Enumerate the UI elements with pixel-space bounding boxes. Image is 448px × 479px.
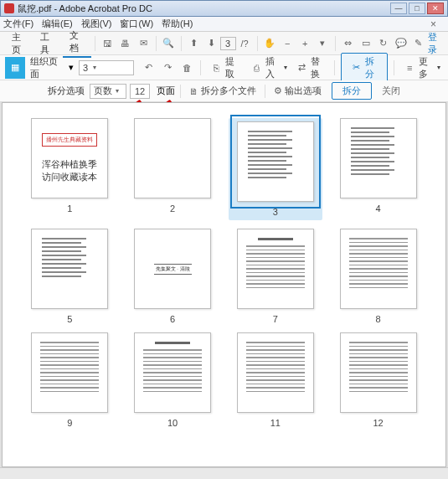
cover-subtitle: 浑谷种植换季 访问收藏读本 <box>42 158 97 184</box>
page-thumbnail-6[interactable]: 先集聚文 · 清陵 6 <box>126 229 220 324</box>
split-mode-dropdown[interactable]: 页数 ▾ <box>90 84 126 99</box>
page-label: 8 <box>376 314 381 324</box>
files-icon: 🗎 <box>189 86 198 96</box>
separator <box>334 60 335 75</box>
next-page-icon[interactable]: ⬇ <box>205 36 218 51</box>
split-button[interactable]: ✂ 拆分 <box>341 53 388 83</box>
page-thumbnail-11[interactable]: 11 <box>229 332 323 428</box>
split-mode-value: 页数 <box>94 85 112 97</box>
scissors-icon: ✂ <box>349 60 363 75</box>
page-thumbnail-3[interactable]: 3 <box>229 118 323 220</box>
page-thumbnail-5[interactable]: 5 <box>23 229 117 324</box>
chevron-down-icon: ▾ <box>284 64 287 71</box>
separator <box>335 36 336 51</box>
main-toolbar: 主页 工具 文档 🖫 🖶 ✉ 🔍 ⬆ ⬇ 3 /? ✋ − + ▾ ⇔ ▭ ↻ … <box>0 32 448 55</box>
close-button[interactable]: ✕ <box>427 3 444 14</box>
page-label: 12 <box>373 418 384 428</box>
minimize-button[interactable]: — <box>390 3 407 14</box>
page-thumbnail-10[interactable]: 10 <box>126 332 220 428</box>
page-thumbnail-8[interactable]: 8 <box>331 229 425 324</box>
comment-icon[interactable]: 💬 <box>394 36 407 51</box>
organize-toolbar: ▦ 组织页面 ▾ 3 ▾ ↶ ↷ 🗑 ⎘ 提取 ⎙ 插入 ▾ ⇄ 替换 ✂ 拆分… <box>0 55 448 80</box>
split-count-input[interactable]: 12 <box>130 84 150 99</box>
total-pages-icon: /? <box>239 36 251 51</box>
page-label: 2 <box>170 203 175 214</box>
status-bar <box>0 467 448 479</box>
split-options-label: 拆分选项 <box>48 85 85 97</box>
fit-page-icon[interactable]: ▭ <box>359 36 372 51</box>
page-selector-dropdown[interactable]: 3 ▾ <box>79 60 134 75</box>
page-thumbnail-7[interactable]: 7 <box>229 229 323 324</box>
sign-icon[interactable]: ✎ <box>412 36 425 51</box>
extract-button[interactable]: ⎘ 提取 <box>207 55 242 80</box>
page-label: 1 <box>67 203 72 214</box>
mail-icon[interactable]: ✉ <box>137 36 150 51</box>
tab-tools[interactable]: 工具 <box>33 31 62 56</box>
page-label: 9 <box>67 418 72 428</box>
separator <box>95 36 95 51</box>
doc-filename: 鼠挖.pdf <box>18 3 51 13</box>
document-close-icon[interactable]: × <box>430 18 436 30</box>
replace-label: 替换 <box>311 55 328 80</box>
close-split-button[interactable]: 关闭 <box>382 85 400 97</box>
print-icon[interactable]: 🖶 <box>119 36 131 51</box>
more-button[interactable]: ≡ 更多 ▾ <box>400 55 440 80</box>
split-multiple-label: 拆分多个文件 <box>201 85 256 97</box>
save-icon[interactable]: 🖫 <box>101 36 114 51</box>
page-label: 5 <box>67 314 72 324</box>
split-label: 拆分 <box>365 55 383 80</box>
page-label: 7 <box>273 314 278 324</box>
pages-unit-label: 页面 <box>157 85 175 97</box>
extract-icon: ⎘ <box>209 60 224 75</box>
gear-icon: ⚙ <box>274 85 282 96</box>
extract-label: 提取 <box>225 55 243 80</box>
split-multiple-button[interactable]: 🗎 拆分多个文件 <box>189 85 256 97</box>
separator <box>200 60 201 75</box>
page-selector-value: 3 <box>83 63 88 73</box>
chevron-down-icon: ▾ <box>93 64 96 71</box>
page-thumbnail-1[interactable]: 播州先生典藏资料 浑谷种植换季 访问收藏读本 1 <box>23 118 117 220</box>
thumb6-title: 先集聚文 · 清陵 <box>154 264 192 275</box>
more-label: 更多 <box>419 55 435 80</box>
prev-page-icon[interactable]: ⬆ <box>187 36 199 51</box>
page-label: 11 <box>270 418 281 428</box>
tab-document[interactable]: 文档 <box>63 29 91 58</box>
separator <box>180 85 181 98</box>
page-label: 10 <box>167 418 178 428</box>
rotate-left-icon[interactable]: ↶ <box>142 60 156 75</box>
zoom-level-icon[interactable]: ▾ <box>317 36 329 51</box>
separator <box>257 36 258 51</box>
organize-pages-icon[interactable]: ▦ <box>5 57 25 79</box>
search-icon[interactable]: 🔍 <box>162 36 175 51</box>
page-thumbnail-4[interactable]: 4 <box>331 118 425 220</box>
thumbnail-grid: 播州先生典藏资料 浑谷种植换季 访问收藏读本 1 2 3 <box>3 103 445 435</box>
separator <box>181 36 182 51</box>
rotate-right-icon[interactable]: ↷ <box>161 60 175 75</box>
separator <box>156 36 157 51</box>
delete-icon[interactable]: 🗑 <box>180 60 194 75</box>
hand-icon[interactable]: ✋ <box>264 36 276 51</box>
insert-label: 插入 <box>265 55 282 80</box>
page-thumbnail-2[interactable]: 2 <box>126 118 220 220</box>
output-options-button[interactable]: ⚙ 输出选项 <box>274 85 322 97</box>
page-thumbnail-12[interactable]: 12 <box>331 332 425 428</box>
tab-home[interactable]: 主页 <box>5 31 33 56</box>
split-action-button[interactable]: 拆分 <box>332 82 372 100</box>
separator <box>265 85 265 98</box>
organize-label: 组织页面 <box>30 55 64 80</box>
menu-help[interactable]: 帮助(H) <box>162 18 193 30</box>
zoom-in-icon[interactable]: + <box>299 36 312 51</box>
split-options-toolbar: 拆分选项 页数 ▾ 12 页面 🗎 拆分多个文件 ⚙ 输出选项 拆分 关闭 <box>0 80 448 102</box>
zoom-out-icon[interactable]: − <box>281 36 294 51</box>
rotate-icon[interactable]: ↻ <box>377 36 389 51</box>
page-thumbnail-9[interactable]: 9 <box>23 332 117 428</box>
menu-file[interactable]: 文件(F) <box>3 18 33 30</box>
login-link[interactable]: 登录 <box>428 31 443 56</box>
replace-button[interactable]: ⇄ 替换 <box>292 55 327 80</box>
page-number-input[interactable]: 3 <box>220 37 236 50</box>
insert-button[interactable]: ⎙ 插入 ▾ <box>247 55 287 80</box>
page-label: 6 <box>170 314 175 324</box>
fit-width-icon[interactable]: ⇔ <box>342 36 354 51</box>
maximize-button[interactable]: □ <box>409 3 425 14</box>
menu-window[interactable]: 窗口(W) <box>120 18 153 30</box>
